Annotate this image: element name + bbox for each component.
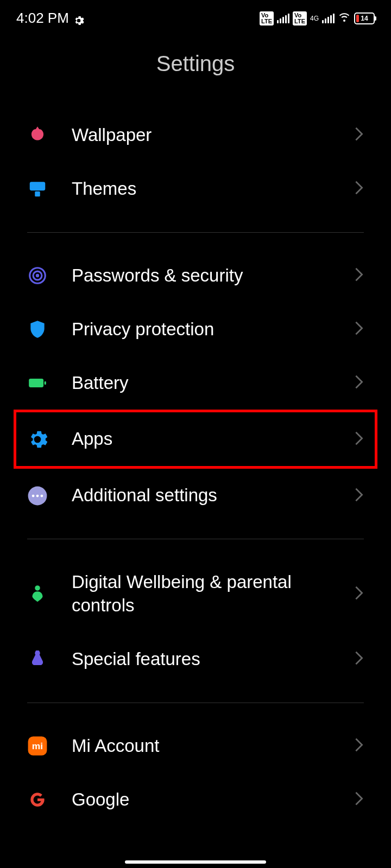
settings-item-label: Google [72, 788, 354, 812]
settings-item-battery[interactable]: Battery [27, 356, 364, 410]
svg-rect-5 [29, 379, 43, 387]
signal-bars-icon [277, 14, 289, 23]
status-time: 4:02 PM [16, 10, 69, 27]
volte-icon: VoLTE [293, 11, 307, 25]
settings-item-label: Additional settings [72, 484, 354, 507]
chevron-right-icon [354, 737, 364, 755]
page-title: Settings [0, 30, 391, 108]
volte-icon: VoLTE [260, 11, 274, 25]
gear-icon [27, 429, 48, 450]
chevron-right-icon [354, 487, 364, 505]
fingerprint-icon [27, 265, 48, 286]
settings-item-label: Wallpaper [72, 124, 354, 147]
settings-item-label: Privacy protection [72, 318, 354, 341]
settings-item-wellbeing[interactable]: Digital Wellbeing & parental controls [27, 556, 364, 633]
wallpaper-icon [27, 125, 48, 145]
svg-rect-0 [30, 182, 46, 191]
chevron-right-icon [354, 321, 364, 338]
settings-item-privacy[interactable]: Privacy protection [27, 303, 364, 356]
chevron-right-icon [354, 650, 364, 668]
status-left: 4:02 PM [16, 10, 84, 27]
chevron-right-icon [354, 791, 364, 808]
gear-icon [73, 13, 84, 24]
status-right: VoLTE VoLTE 4G 14 [260, 10, 375, 27]
divider [27, 703, 364, 703]
chevron-right-icon [354, 585, 364, 603]
svg-point-9 [36, 494, 39, 497]
settings-list: Wallpaper Themes Passwords & security Pr… [0, 108, 391, 827]
battery-icon: 14 [354, 12, 375, 24]
settings-item-label: Passwords & security [72, 264, 354, 288]
chevron-right-icon [354, 180, 364, 197]
home-indicator[interactable] [125, 860, 266, 864]
settings-item-passwords[interactable]: Passwords & security [27, 249, 364, 303]
status-bar: 4:02 PM VoLTE VoLTE 4G 14 [0, 0, 391, 30]
settings-item-label: Special features [72, 648, 354, 671]
svg-rect-6 [45, 381, 46, 385]
settings-item-google[interactable]: Google [27, 773, 364, 827]
settings-item-label: Digital Wellbeing & parental controls [72, 571, 354, 617]
settings-item-additional[interactable]: Additional settings [27, 469, 364, 522]
settings-item-label: Mi Account [72, 735, 354, 758]
svg-rect-1 [35, 192, 40, 197]
mi-icon: mi [27, 736, 48, 756]
battery-full-icon [27, 373, 48, 393]
settings-item-themes[interactable]: Themes [27, 162, 364, 216]
settings-item-wallpaper[interactable]: Wallpaper [27, 108, 364, 162]
divider [27, 232, 364, 233]
settings-item-special[interactable]: Special features [27, 633, 364, 686]
settings-item-apps[interactable]: Apps [14, 410, 377, 469]
themes-icon [27, 178, 48, 199]
network-4g-icon: 4G [310, 15, 319, 22]
wellbeing-icon [27, 584, 48, 604]
settings-item-label: Battery [72, 372, 354, 395]
svg-point-4 [36, 275, 38, 277]
more-icon [27, 486, 48, 506]
settings-item-label: Themes [72, 177, 354, 201]
chevron-right-icon [354, 431, 364, 448]
settings-item-miaccount[interactable]: mi Mi Account [27, 719, 364, 773]
divider [27, 539, 364, 539]
svg-point-10 [41, 494, 43, 497]
chevron-right-icon [354, 374, 364, 392]
svg-point-12 [35, 651, 40, 656]
signal-bars-icon [322, 14, 335, 23]
svg-point-8 [32, 494, 35, 497]
chevron-right-icon [354, 267, 364, 284]
shield-icon [27, 319, 48, 340]
chevron-right-icon [354, 126, 364, 144]
google-icon [27, 789, 48, 810]
flask-icon [27, 649, 48, 669]
battery-level: 14 [355, 15, 374, 22]
settings-item-label: Apps [72, 427, 354, 451]
svg-text:mi: mi [32, 741, 43, 752]
svg-point-11 [35, 585, 40, 591]
wifi-icon [338, 10, 351, 27]
